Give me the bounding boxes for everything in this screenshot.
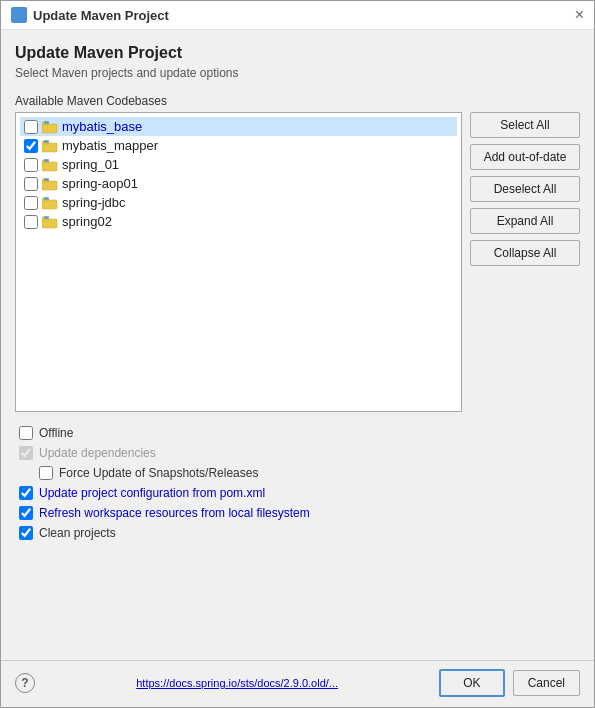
project-checkbox-mybatis_mapper[interactable] xyxy=(24,139,38,153)
svg-rect-6 xyxy=(42,162,57,171)
svg-rect-0 xyxy=(42,124,57,133)
svg-rect-5 xyxy=(44,140,49,143)
footer-link[interactable]: https://docs.spring.io/sts/docs/2.9.0.ol… xyxy=(136,677,338,689)
offline-option: Offline xyxy=(19,426,576,440)
update-dependencies-checkbox[interactable] xyxy=(19,446,33,460)
update-config-checkbox[interactable] xyxy=(19,486,33,500)
svg-rect-12 xyxy=(42,200,57,209)
dialog-body: Update Maven Project Select Maven projec… xyxy=(1,30,594,660)
folder-icon xyxy=(42,177,58,191)
project-label: mybatis_mapper xyxy=(62,138,158,153)
action-buttons: Select All Add out-of-date Deselect All … xyxy=(470,112,580,412)
force-update-label: Force Update of Snapshots/Releases xyxy=(59,466,258,480)
footer-right: OK Cancel xyxy=(439,669,580,697)
update-config-option: Update project configuration from pom.xm… xyxy=(19,486,576,500)
list-item: spring02 xyxy=(20,212,457,231)
title-bar-text: Update Maven Project xyxy=(33,8,169,23)
list-item: spring-jdbc xyxy=(20,193,457,212)
project-checkbox-spring_01[interactable] xyxy=(24,158,38,172)
update-maven-dialog: Update Maven Project × Update Maven Proj… xyxy=(0,0,595,708)
help-button[interactable]: ? xyxy=(15,673,35,693)
codebase-list[interactable]: mybatis_base mybatis_mapper spring_01 sp… xyxy=(15,112,462,412)
clean-projects-checkbox[interactable] xyxy=(19,526,33,540)
project-label: spring02 xyxy=(62,214,112,229)
project-checkbox-spring-aop01[interactable] xyxy=(24,177,38,191)
svg-rect-3 xyxy=(42,143,57,152)
offline-checkbox[interactable] xyxy=(19,426,33,440)
title-bar: Update Maven Project × xyxy=(1,1,594,30)
refresh-workspace-option: Refresh workspace resources from local f… xyxy=(19,506,576,520)
folder-icon xyxy=(42,120,58,134)
dialog-subtitle: Select Maven projects and update options xyxy=(15,66,580,80)
codebase-area: mybatis_base mybatis_mapper spring_01 sp… xyxy=(15,112,580,412)
add-out-of-date-button[interactable]: Add out-of-date xyxy=(470,144,580,170)
update-dependencies-label: Update dependencies xyxy=(39,446,156,460)
svg-rect-9 xyxy=(42,181,57,190)
project-label: spring_01 xyxy=(62,157,119,172)
ok-button[interactable]: OK xyxy=(439,669,504,697)
options-section: Offline Update dependencies Force Update… xyxy=(15,426,580,540)
list-item: spring-aop01 xyxy=(20,174,457,193)
dialog-title: Update Maven Project xyxy=(15,44,580,62)
update-config-label: Update project configuration from pom.xm… xyxy=(39,486,265,500)
clean-projects-option: Clean projects xyxy=(19,526,576,540)
project-checkbox-mybatis_base[interactable] xyxy=(24,120,38,134)
project-label: mybatis_base xyxy=(62,119,142,134)
folder-icon xyxy=(42,196,58,210)
force-update-checkbox[interactable] xyxy=(39,466,53,480)
offline-label: Offline xyxy=(39,426,73,440)
force-update-option: Force Update of Snapshots/Releases xyxy=(19,466,576,480)
expand-all-button[interactable]: Expand All xyxy=(470,208,580,234)
svg-rect-11 xyxy=(44,178,49,181)
project-checkbox-spring02[interactable] xyxy=(24,215,38,229)
close-button[interactable]: × xyxy=(575,7,584,23)
deselect-all-button[interactable]: Deselect All xyxy=(470,176,580,202)
clean-projects-label: Clean projects xyxy=(39,526,116,540)
update-dependencies-option: Update dependencies xyxy=(19,446,576,460)
dialog-footer: ? https://docs.spring.io/sts/docs/2.9.0.… xyxy=(1,660,594,707)
footer-left: ? xyxy=(15,673,35,693)
maven-icon xyxy=(11,7,27,23)
svg-rect-2 xyxy=(44,121,49,124)
folder-icon xyxy=(42,215,58,229)
list-item: mybatis_mapper xyxy=(20,136,457,155)
svg-rect-8 xyxy=(44,159,49,162)
project-label: spring-jdbc xyxy=(62,195,126,210)
svg-rect-15 xyxy=(42,219,57,228)
select-all-button[interactable]: Select All xyxy=(470,112,580,138)
folder-icon xyxy=(42,139,58,153)
list-item: mybatis_base xyxy=(20,117,457,136)
project-label: spring-aop01 xyxy=(62,176,138,191)
svg-rect-17 xyxy=(44,216,49,219)
svg-rect-14 xyxy=(44,197,49,200)
collapse-all-button[interactable]: Collapse All xyxy=(470,240,580,266)
cancel-button[interactable]: Cancel xyxy=(513,670,580,696)
refresh-workspace-label: Refresh workspace resources from local f… xyxy=(39,506,310,520)
list-item: spring_01 xyxy=(20,155,457,174)
refresh-workspace-checkbox[interactable] xyxy=(19,506,33,520)
project-checkbox-spring-jdbc[interactable] xyxy=(24,196,38,210)
folder-icon xyxy=(42,158,58,172)
section-label: Available Maven Codebases xyxy=(15,94,580,108)
